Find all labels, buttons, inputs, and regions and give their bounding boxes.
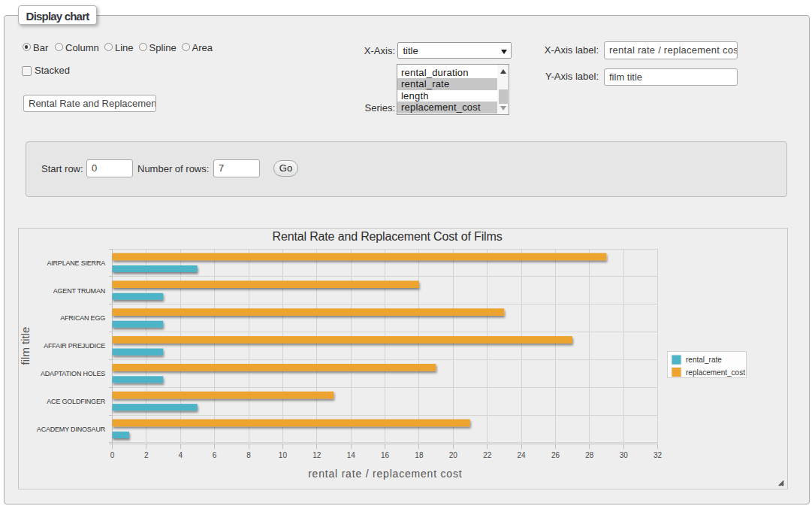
svg-text:rental_rate: rental_rate bbox=[686, 356, 722, 364]
svg-text:film title: film title bbox=[19, 327, 32, 365]
svg-text:ACE GOLDFINGER: ACE GOLDFINGER bbox=[47, 398, 105, 405]
svg-text:22: 22 bbox=[483, 451, 492, 459]
svg-text:replacement_cost: replacement_cost bbox=[686, 368, 745, 377]
svg-text:ADAPTATION HOLES: ADAPTATION HOLES bbox=[41, 370, 105, 377]
svg-text:16: 16 bbox=[381, 451, 390, 459]
svg-text:AGENT TRUMAN: AGENT TRUMAN bbox=[53, 287, 105, 295]
svg-text:AIRPLANE SIERRA: AIRPLANE SIERRA bbox=[47, 259, 105, 267]
svg-text:10: 10 bbox=[279, 451, 288, 459]
svg-text:30: 30 bbox=[620, 451, 629, 459]
svg-text:0: 0 bbox=[110, 451, 115, 459]
svg-text:2: 2 bbox=[144, 451, 149, 459]
svg-text:28: 28 bbox=[585, 451, 594, 459]
svg-text:24: 24 bbox=[518, 451, 527, 459]
svg-text:12: 12 bbox=[312, 451, 321, 459]
svg-text:ACADEMY DINOSAUR: ACADEMY DINOSAUR bbox=[37, 426, 106, 433]
svg-text:20: 20 bbox=[449, 451, 458, 459]
svg-text:Rental Rate and Replacement Co: Rental Rate and Replacement Cost of Film… bbox=[273, 230, 503, 243]
svg-text:AFFAIR PREJUDICE: AFFAIR PREJUDICE bbox=[44, 342, 105, 350]
svg-text:32: 32 bbox=[654, 451, 663, 459]
svg-text:26: 26 bbox=[551, 451, 560, 459]
svg-text:6: 6 bbox=[213, 451, 217, 459]
svg-text:rental rate / replacement cost: rental rate / replacement cost bbox=[308, 468, 462, 480]
svg-text:4: 4 bbox=[179, 451, 183, 459]
svg-text:14: 14 bbox=[347, 451, 356, 459]
svg-text:18: 18 bbox=[415, 451, 424, 459]
svg-text:AFRICAN EGG: AFRICAN EGG bbox=[60, 314, 105, 322]
svg-text:8: 8 bbox=[246, 451, 251, 459]
